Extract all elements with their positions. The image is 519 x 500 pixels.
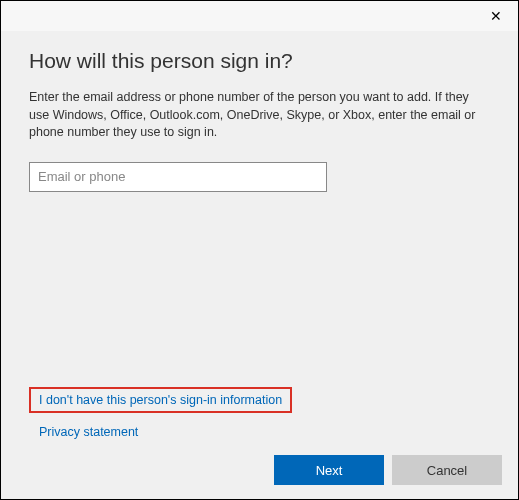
- highlighted-link-box: I don't have this person's sign-in infor…: [29, 387, 292, 413]
- cancel-button[interactable]: Cancel: [392, 455, 502, 485]
- account-signin-dialog: ✕ How will this person sign in? Enter th…: [1, 1, 518, 499]
- dialog-description: Enter the email address or phone number …: [29, 89, 479, 142]
- no-signin-info-link[interactable]: I don't have this person's sign-in infor…: [39, 393, 282, 407]
- close-button[interactable]: ✕: [488, 8, 504, 24]
- dialog-heading: How will this person sign in?: [29, 49, 490, 73]
- privacy-statement-link[interactable]: Privacy statement: [39, 425, 292, 439]
- close-icon: ✕: [490, 8, 502, 24]
- titlebar: ✕: [1, 1, 518, 31]
- dialog-footer: Next Cancel: [274, 455, 502, 485]
- next-button[interactable]: Next: [274, 455, 384, 485]
- email-phone-input[interactable]: [29, 162, 327, 192]
- links-area: I don't have this person's sign-in infor…: [29, 387, 292, 439]
- dialog-content: How will this person sign in? Enter the …: [1, 31, 518, 499]
